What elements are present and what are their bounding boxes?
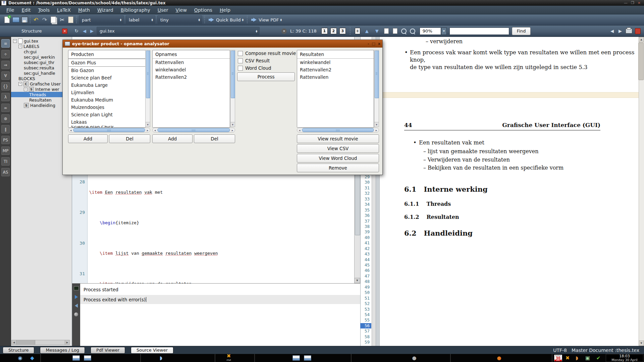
view-result-movie-button[interactable]: View result movie bbox=[297, 134, 379, 143]
list-item[interactable]: Lijmvallen bbox=[68, 89, 145, 96]
symbol-panel-icon[interactable]: PS bbox=[1, 136, 10, 144]
view-tab[interactable]: Pdf Viewer bbox=[91, 347, 125, 354]
window-button[interactable] bbox=[292, 355, 300, 361]
next-document-icon[interactable] bbox=[391, 27, 399, 35]
scroll-left-icon[interactable]: ◀ bbox=[297, 128, 302, 132]
view-csv-button[interactable]: View CSV bbox=[297, 144, 379, 153]
view-pdf-dropdown-icon[interactable]: ▲▼ bbox=[280, 18, 282, 21]
list-item[interactable]: Science plan Light bbox=[68, 111, 145, 118]
scroll-down-icon[interactable]: ▼ bbox=[230, 122, 235, 127]
word-cloud-checkbox[interactable]: Word Cloud bbox=[238, 65, 271, 71]
expander-icon[interactable]: − bbox=[18, 45, 22, 48]
bookmark-number-button[interactable]: 2 bbox=[330, 28, 337, 34]
scroll-up-icon[interactable]: ▲ bbox=[639, 37, 644, 42]
list-item[interactable]: Eukanuba Large bbox=[68, 81, 145, 89]
scroll-up-icon[interactable]: ▲ bbox=[365, 28, 369, 34]
list-item[interactable]: Rattenvallen2 bbox=[153, 73, 230, 81]
page-back-icon[interactable]: ◀ bbox=[610, 28, 614, 34]
view-pdf-button[interactable]: View PDF bbox=[259, 17, 279, 22]
block-format-icon[interactable]: ≣ bbox=[354, 27, 362, 35]
page-forward-icon[interactable]: ▶ bbox=[619, 28, 622, 34]
resultaten-hscrollbar[interactable]: ◀ ▶ bbox=[297, 128, 379, 132]
console-icon[interactable] bbox=[74, 286, 79, 290]
scroll-down-icon[interactable]: ▼ bbox=[374, 122, 379, 127]
symbol-panel-icon[interactable]: {} bbox=[1, 82, 10, 90]
symbol-panel-icon[interactable]: ⊕ bbox=[1, 114, 10, 123]
scrollbar-thumb[interactable] bbox=[146, 51, 150, 98]
symbol-panel-icon[interactable]: TI bbox=[1, 157, 10, 166]
list-item[interactable]: Science plan Beef bbox=[68, 74, 145, 81]
checkbox-icon[interactable] bbox=[238, 51, 243, 56]
menu-item[interactable]: LaTeX bbox=[53, 7, 74, 13]
list-item[interactable]: winkelwandel bbox=[153, 66, 230, 73]
list-item[interactable]: Rattenvallen bbox=[153, 59, 230, 66]
dialog-titlebar[interactable]: eye-tracker product - opname analysator … bbox=[63, 40, 382, 48]
menu-item[interactable]: Options bbox=[191, 7, 216, 13]
menu-item[interactable]: Math bbox=[74, 7, 94, 13]
pdf-viewer[interactable]: verwijderen Een process vak waar komt we… bbox=[380, 37, 644, 346]
sectioning-combobox[interactable]: part▲▼ bbox=[79, 15, 124, 24]
new-document-icon[interactable]: + bbox=[3, 16, 11, 24]
scrollbar-thumb[interactable] bbox=[638, 43, 644, 80]
scrollbar-thumb[interactable] bbox=[231, 51, 235, 98]
scroll-down-icon[interactable]: ▼ bbox=[146, 122, 150, 127]
producten-add-button[interactable]: Add bbox=[68, 134, 108, 143]
list-item[interactable]: Rattenvallen bbox=[297, 73, 374, 81]
menu-item[interactable]: View bbox=[172, 7, 191, 13]
symbol-panel-icon[interactable]: ≡ bbox=[1, 39, 10, 48]
zoom-dropdown-icon[interactable]: ▼ bbox=[441, 27, 447, 35]
list-item[interactable]: Muizendoosjes bbox=[68, 104, 145, 111]
reference-combobox[interactable]: label▲▼ bbox=[126, 15, 155, 24]
scrollbar-thumb[interactable] bbox=[157, 128, 230, 132]
process-button[interactable]: Process bbox=[237, 72, 295, 81]
taskbar-icon[interactable]: ◉ bbox=[17, 355, 23, 361]
dialog-maximize-icon[interactable]: □ bbox=[372, 42, 375, 46]
menu-item[interactable]: Help bbox=[216, 7, 234, 13]
zoom-level-combobox[interactable]: 90% bbox=[420, 27, 441, 35]
remove-button[interactable]: Remove bbox=[297, 164, 379, 172]
window-button[interactable] bbox=[72, 355, 80, 361]
run-icon[interactable] bbox=[75, 295, 78, 299]
list-item[interactable]: Rattenvallen2 bbox=[297, 66, 374, 73]
view-tab[interactable]: Messages / Log bbox=[40, 347, 85, 354]
menu-item[interactable]: Tools bbox=[35, 7, 54, 13]
symbol-panel-icon[interactable]: MP bbox=[1, 146, 10, 155]
scrollbar-thumb[interactable] bbox=[73, 128, 145, 132]
zoom-out-icon[interactable] bbox=[410, 28, 415, 34]
save-icon[interactable] bbox=[20, 16, 29, 24]
checkbox-icon[interactable] bbox=[238, 58, 243, 63]
opnames-listbox[interactable]: Opnames RattenvallenwinkelwandelRattenva… bbox=[152, 50, 230, 128]
scroll-down-icon[interactable]: ▼ bbox=[375, 28, 379, 34]
symbol-panel-icon[interactable]: AS bbox=[1, 168, 10, 176]
expander-icon[interactable]: − bbox=[18, 82, 22, 86]
clock[interactable]: 18:03 Monday 30 April bbox=[606, 354, 643, 362]
csv-result-checkbox[interactable]: CSV Result bbox=[238, 58, 270, 64]
symbol-panel-icon[interactable]: ∞ bbox=[1, 104, 10, 112]
redo-icon[interactable]: ↷ bbox=[41, 16, 49, 24]
dialog-minimize-icon[interactable]: - bbox=[368, 42, 369, 46]
menu-item[interactable]: Wizard bbox=[94, 7, 117, 13]
opnames-del-button[interactable]: Del bbox=[194, 134, 235, 143]
taskbar-icon[interactable]: ◗ bbox=[158, 355, 164, 361]
producten-listbox[interactable]: Producten Gazon PlusBio GazonScience pla… bbox=[68, 50, 146, 128]
calendar-icon[interactable]: MONDAY 30 APRIL bbox=[554, 355, 562, 361]
globe-icon[interactable] bbox=[74, 312, 78, 316]
close-structure-pane-button[interactable]: ✕ bbox=[62, 28, 67, 34]
view-tab[interactable]: Source Viewer bbox=[131, 347, 173, 354]
scroll-right-icon[interactable]: ▶ bbox=[230, 128, 235, 132]
scroll-down-icon[interactable]: ▼ bbox=[354, 278, 360, 283]
producten-hscrollbar[interactable]: ◀ ▶ bbox=[68, 128, 150, 132]
list-item[interactable]: Eukanuba Medium bbox=[68, 96, 145, 104]
quick-build-icon[interactable] bbox=[206, 16, 214, 24]
menu-item[interactable]: File bbox=[3, 7, 18, 13]
window-button[interactable] bbox=[84, 355, 91, 361]
compose-result-movie-checkbox[interactable]: Compose result movie bbox=[238, 50, 296, 56]
symbol-panel-icon[interactable]: λ bbox=[1, 93, 10, 101]
previous-document-icon[interactable] bbox=[382, 27, 390, 35]
tray-icon[interactable]: ✔ bbox=[595, 355, 602, 361]
open-document-icon[interactable] bbox=[12, 16, 20, 24]
menu-item[interactable]: User bbox=[154, 7, 172, 13]
symbol-panel-icon[interactable]: ∥ bbox=[1, 125, 10, 133]
producten-del-button[interactable]: Del bbox=[109, 134, 150, 143]
resultaten-scrollbar[interactable]: ▼ bbox=[374, 50, 379, 127]
